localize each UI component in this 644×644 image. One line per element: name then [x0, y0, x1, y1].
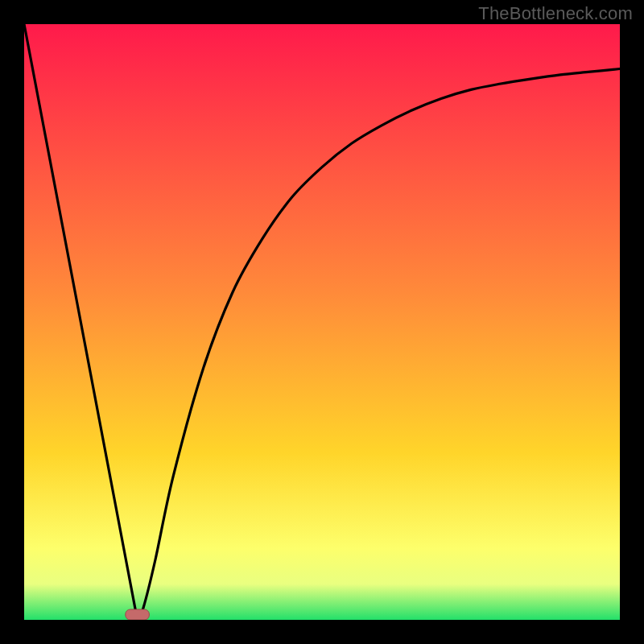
optimal-marker [126, 609, 150, 620]
bottleneck-chart [24, 24, 620, 620]
watermark-text: TheBottleneck.com [478, 3, 633, 24]
gradient-background [24, 24, 620, 620]
chart-frame: TheBottleneck.com [0, 0, 644, 644]
plot-area [24, 24, 620, 620]
